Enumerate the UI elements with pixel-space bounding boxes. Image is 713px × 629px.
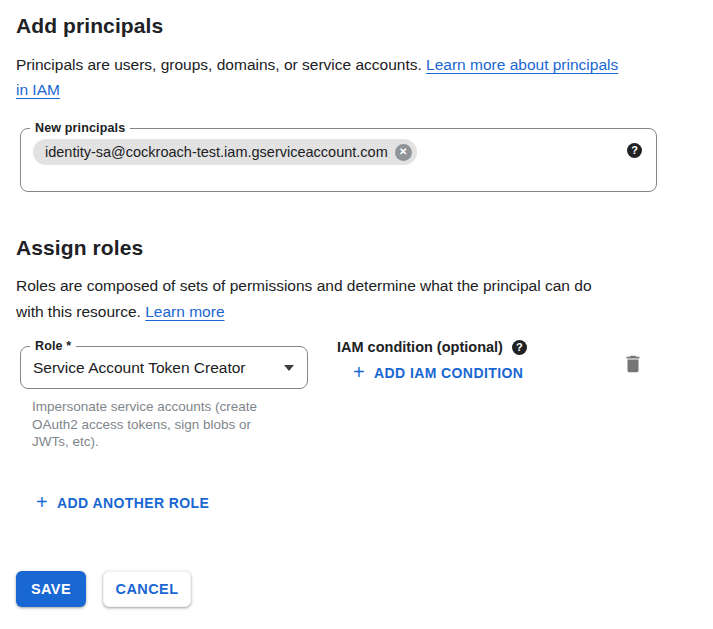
iam-condition-column: IAM condition (optional) ? + ADD IAM CON…	[337, 339, 527, 384]
roles-intro-line2: with this resource.	[16, 303, 141, 320]
assign-roles-title: Assign roles	[16, 236, 697, 260]
roles-intro: Roles are composed of sets of permission…	[16, 273, 696, 325]
role-column: Role * Service Account Token Creator Imp…	[20, 339, 310, 451]
principal-chip: identity-sa@cockroach-test.iam.gservicea…	[33, 139, 417, 165]
roles-intro-line1: Roles are composed of sets of permission…	[16, 277, 592, 294]
iam-condition-label-row: IAM condition (optional) ?	[337, 339, 527, 355]
cancel-button[interactable]: CANCEL	[103, 571, 191, 607]
learn-more-principals-link-line2: in IAM	[16, 81, 60, 98]
principals-intro-text: Principals are users, groups, domains, o…	[16, 56, 422, 73]
new-principals-label: New principals	[30, 120, 130, 136]
chip-remove-icon[interactable]: ✕	[395, 144, 412, 161]
trash-icon	[622, 353, 644, 375]
page-title: Add principals	[16, 14, 697, 38]
add-principals-panel: Add principals Principals are users, gro…	[0, 0, 713, 629]
role-select[interactable]: Role * Service Account Token Creator	[20, 346, 308, 389]
principals-intro: Principals are users, groups, domains, o…	[16, 52, 696, 102]
plus-icon: +	[353, 365, 365, 379]
add-iam-condition-label: ADD IAM CONDITION	[374, 365, 523, 381]
add-another-role-label: ADD ANOTHER ROLE	[57, 495, 209, 511]
action-buttons: SAVE CANCEL	[16, 571, 191, 607]
role-row: Role * Service Account Token Creator Imp…	[16, 339, 697, 451]
add-another-role-button[interactable]: + ADD ANOTHER ROLE	[36, 495, 209, 511]
learn-more-principals-link-line1: Learn more about principals	[426, 56, 618, 73]
plus-icon: +	[36, 495, 48, 509]
role-helper-text: Impersonate service accounts (create OAu…	[32, 398, 284, 451]
iam-condition-label: IAM condition (optional)	[337, 339, 503, 355]
role-label: Role *	[30, 338, 76, 354]
dropdown-arrow-icon	[284, 365, 294, 371]
learn-more-roles-link[interactable]: Learn more	[145, 303, 224, 320]
delete-role-button[interactable]	[622, 353, 644, 375]
add-iam-condition-button[interactable]: + ADD IAM CONDITION	[353, 365, 523, 381]
principal-chip-value: identity-sa@cockroach-test.iam.gservicea…	[45, 144, 388, 160]
save-button[interactable]: SAVE	[16, 571, 86, 607]
new-principals-field[interactable]: New principals identity-sa@cockroach-tes…	[20, 128, 657, 192]
new-principals-help-icon[interactable]: ?	[627, 143, 642, 158]
iam-condition-help-icon[interactable]: ?	[512, 340, 527, 355]
